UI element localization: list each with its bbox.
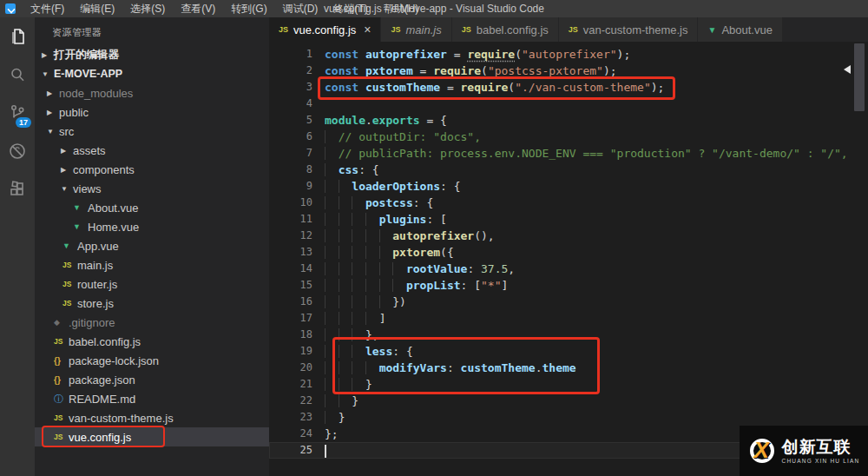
line-number: 8: [278, 162, 312, 178]
code-text: }: [325, 409, 345, 426]
tree-item-label: assets: [73, 144, 106, 157]
tab-about-vue[interactable]: ▼About.vue: [698, 17, 782, 42]
tree-item-public[interactable]: ▶public: [35, 102, 269, 122]
extensions-icon[interactable]: [0, 170, 35, 208]
code-line-17[interactable]: 17 ]: [269, 310, 868, 327]
tree-item-router-js[interactable]: JSrouter.js: [35, 274, 269, 294]
tree-item-views[interactable]: ▼views: [35, 179, 269, 198]
code-line-5[interactable]: 5module.exports = {: [269, 112, 868, 129]
code-editor[interactable]: 1const autoprefixer = require("autoprefi…: [269, 42, 868, 476]
debug-icon[interactable]: [0, 132, 35, 170]
menu-debug[interactable]: 调试(D): [275, 0, 326, 17]
code-line-16[interactable]: 16 }): [269, 294, 868, 310]
tree-item-package-json[interactable]: {}package.json: [35, 370, 269, 389]
tree-item-label: components: [73, 163, 135, 176]
code-line-7[interactable]: 7 // publicPath: process.env.NODE_ENV ==…: [269, 145, 868, 162]
js-file-icon: JS: [62, 261, 77, 269]
code-line-14[interactable]: 14 rootValue: 37.5,: [269, 261, 868, 277]
search-icon[interactable]: [0, 56, 35, 94]
line-number: 22: [278, 393, 312, 409]
tree-item-package-lock-json[interactable]: {}package-lock.json: [35, 351, 269, 370]
tab-vue-config-js[interactable]: JSvue.config.js×: [269, 17, 381, 42]
tree-item-e-move-app[interactable]: ▼E-MOVE-APP: [35, 64, 269, 83]
code-line-9[interactable]: 9 loaderOptions: {: [269, 178, 868, 195]
activity-bar: 17: [0, 17, 35, 476]
tree-item-label: store.js: [77, 297, 114, 310]
menu-terminal[interactable]: 终端(T): [326, 0, 375, 17]
code-line-10[interactable]: 10 postcss: {: [269, 195, 868, 211]
tree-item-app-vue[interactable]: ▼App.vue: [35, 236, 269, 255]
title-bar: vue.config.js - e-Move-app - Visual Stud…: [0, 0, 868, 17]
line-number: 20: [278, 360, 312, 376]
tree-item-src[interactable]: ▼src: [35, 122, 269, 141]
tree-item-store-js[interactable]: JSstore.js: [35, 294, 269, 313]
tree-item-label: 打开的编辑器: [54, 48, 119, 63]
source-control-icon[interactable]: 17: [0, 94, 35, 132]
tree-item-babel-config-js[interactable]: JSbabel.config.js: [35, 332, 269, 351]
code-text: plugins: [: [325, 211, 447, 228]
code-line-15[interactable]: 15 propList: ["*"]: [269, 277, 868, 294]
tab-bar: JSvue.config.js×JSmain.jsJSbabel.config.…: [269, 17, 868, 42]
tab-van-custom-theme-js[interactable]: JSvan-custom-theme.js: [559, 17, 699, 42]
close-icon[interactable]: ×: [364, 23, 371, 36]
tree-item-gitignore[interactable]: ◆.gitignore: [35, 313, 269, 332]
code-area: 1const autoprefixer = require("autoprefi…: [269, 46, 868, 459]
tree-item-label: main.js: [77, 259, 113, 272]
tree-item-home-vue[interactable]: ▼Home.vue: [35, 217, 269, 236]
tree-item-assets[interactable]: ▶assets: [35, 141, 269, 160]
tab-label: van-custom-theme.js: [583, 23, 688, 36]
code-text: postcss: {: [325, 195, 433, 211]
watermark: X 创新互联 CHUANG XIN HU LIAN: [740, 426, 868, 476]
tree-item-label: package-lock.json: [69, 354, 159, 367]
code-line-23[interactable]: 23 }: [269, 409, 868, 426]
code-line-11[interactable]: 11 plugins: [: [269, 211, 868, 228]
tree-item-label: views: [73, 182, 102, 195]
js-file-icon: JS: [569, 25, 578, 34]
menu-go[interactable]: 转到(G): [223, 0, 274, 17]
tree-item-components[interactable]: ▶components: [35, 160, 269, 179]
brace-file-icon: {}: [54, 375, 69, 385]
code-text: module.exports = {: [325, 112, 447, 129]
scrollbar-thumb[interactable]: [854, 43, 865, 111]
chevron-right-icon: ▶: [61, 147, 73, 155]
text-cursor: [325, 445, 326, 458]
tree-item-readme-md[interactable]: ⓘREADME.md: [35, 389, 269, 408]
code-line-1[interactable]: 1const autoprefixer = require("autoprefi…: [269, 46, 868, 63]
tree-item-main-js[interactable]: JSmain.js: [35, 255, 269, 274]
editor-group: JSvue.config.js×JSmain.jsJSbabel.config.…: [269, 17, 868, 476]
tree-item-打开的编辑器[interactable]: ▶打开的编辑器: [35, 45, 269, 64]
menu-file[interactable]: 文件(F): [23, 0, 72, 17]
code-line-12[interactable]: 12 autoprefixer(),: [269, 228, 868, 244]
js-file-icon: JS: [279, 25, 288, 34]
watermark-brand: 创新互联: [782, 438, 860, 456]
tab-label: vue.config.js: [293, 23, 356, 36]
sidebar-explorer: 资源管理器 ▶打开的编辑器▼E-MOVE-APP▶node_modules▶pu…: [35, 17, 269, 476]
menu-help[interactable]: 帮助(H): [376, 0, 427, 17]
code-line-13[interactable]: 13 pxtorem({: [269, 244, 868, 261]
chevron-right-icon: ▶: [61, 166, 73, 174]
annotation-box-less: [332, 337, 600, 394]
code-line-22[interactable]: 22 }: [269, 393, 868, 409]
tab-main-js[interactable]: JSmain.js: [381, 17, 451, 42]
tree-item-van-custom-theme-js[interactable]: JSvan-custom-theme.js: [35, 408, 269, 427]
tree-item-node-modules[interactable]: ▶node_modules: [35, 83, 269, 102]
tab-babel-config-js[interactable]: JSbabel.config.js: [452, 17, 559, 42]
menu-edit[interactable]: 编辑(E): [72, 0, 122, 17]
tree-item-about-vue[interactable]: ▼About.vue: [35, 198, 269, 217]
tree-item-label: E-MOVE-APP: [54, 68, 122, 80]
menu-selection[interactable]: 选择(S): [122, 0, 173, 17]
line-number: 16: [278, 294, 312, 310]
code-text: }): [325, 294, 406, 310]
code-line-8[interactable]: 8 css: {: [269, 162, 868, 178]
explorer-icon[interactable]: [0, 17, 35, 56]
line-number: 1: [278, 46, 312, 63]
menu-view[interactable]: 查看(V): [173, 0, 223, 17]
tree-item-label: router.js: [77, 278, 117, 291]
line-number: 21: [278, 376, 312, 393]
info-file-icon: ⓘ: [54, 393, 69, 406]
line-number: 9: [278, 178, 312, 195]
vue-file-icon: ▼: [62, 241, 77, 250]
line-number: 10: [278, 195, 312, 211]
code-line-6[interactable]: 6 // outputDir: "docs",: [269, 129, 868, 145]
js-file-icon: JS: [462, 25, 471, 34]
